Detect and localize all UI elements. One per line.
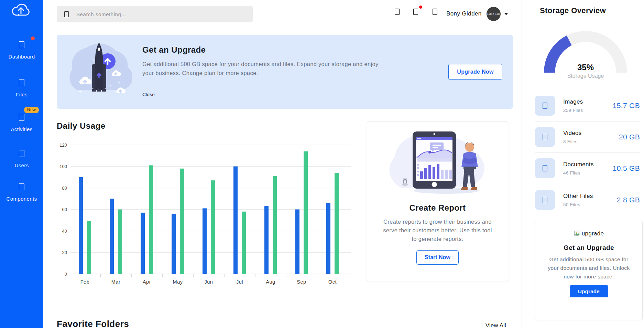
svg-text:Aug: Aug xyxy=(266,279,275,285)
sidebar-item-label: Activities xyxy=(0,126,43,132)
daily-usage-title: Daily Usage xyxy=(57,121,106,131)
svg-text:80: 80 xyxy=(62,186,67,191)
user-menu[interactable]: Bony Gidden 128 X 128 xyxy=(446,6,508,21)
files-icon xyxy=(19,79,24,86)
svg-text:40: 40 xyxy=(62,229,67,234)
storage-panel: Storage Overview 35% Storage Usage Image… xyxy=(522,0,644,328)
storage-item-files: 50 Files xyxy=(563,202,617,207)
search-icon xyxy=(64,11,69,17)
svg-text:Feb: Feb xyxy=(80,279,90,285)
components-icon xyxy=(19,183,24,190)
upgrade-card: upgrade Get an Upgrade Get additional 50… xyxy=(535,221,643,320)
report-title: Create Report xyxy=(367,203,508,213)
sidebar-item-dashboard[interactable]: Dashboard xyxy=(0,41,43,60)
banner-title: Get an Upgrade xyxy=(142,45,206,55)
list-item: Other Files 50 Files 2.8 GB xyxy=(535,184,640,215)
sidebar: Dashboard Files New Activities Users Com… xyxy=(0,0,43,328)
header-placeholder-icon-2[interactable] xyxy=(413,9,418,16)
storage-item-label: Other Files xyxy=(563,193,617,200)
sidebar-item-label: Components xyxy=(0,196,43,202)
search-input[interactable] xyxy=(76,11,228,17)
sidebar-item-label: Dashboard xyxy=(0,54,43,60)
user-name: Bony Gidden xyxy=(446,10,482,17)
cloud-upload-logo-icon[interactable] xyxy=(10,1,32,20)
svg-text:100: 100 xyxy=(59,164,67,169)
storage-item-files: 46 Files xyxy=(563,170,613,176)
start-now-button[interactable]: Start Now xyxy=(416,250,459,265)
svg-text:20: 20 xyxy=(62,250,67,255)
svg-text:Sep: Sep xyxy=(297,279,306,285)
chevron-down-icon xyxy=(504,13,508,15)
create-report-card: Create Report Create reports to grow the… xyxy=(367,121,508,281)
sidebar-item-files[interactable]: Files xyxy=(0,79,43,97)
storage-item-size: 10.5 GB xyxy=(613,164,640,172)
header-placeholder-icon-1[interactable] xyxy=(395,9,400,16)
upgrade-card-body: Get additional 500 GB space for your doc… xyxy=(545,255,633,281)
svg-text:Oct: Oct xyxy=(328,279,337,285)
sidebar-item-label: Users xyxy=(0,162,43,168)
storage-usage-label: Storage Usage xyxy=(544,73,627,79)
svg-text:Jul: Jul xyxy=(236,279,243,285)
banner-body: Get additional 500 GB space for your doc… xyxy=(142,60,383,77)
sidebar-item-activities[interactable]: New Activities xyxy=(0,114,43,132)
storage-item-label: Images xyxy=(563,98,613,105)
broken-image-placeholder: upgrade xyxy=(574,230,604,237)
notification-dot xyxy=(31,36,35,40)
banner-close-link[interactable]: Close xyxy=(142,92,155,97)
storage-list: Images 259 Files 15.7 GB Videos 8 Files … xyxy=(535,90,640,215)
storage-item-files: 8 Files xyxy=(563,139,619,144)
report-illustration xyxy=(367,129,508,197)
report-body: Create reports to grow their business an… xyxy=(383,218,493,243)
svg-text:120: 120 xyxy=(59,142,67,148)
svg-text:0: 0 xyxy=(65,272,67,277)
upgrade-now-button[interactable]: Upgrade Now xyxy=(448,64,502,80)
upgrade-banner: Get an Upgrade Get additional 500 GB spa… xyxy=(57,35,513,109)
avatar: 128 X 128 xyxy=(487,7,501,21)
storage-item-files: 259 Files xyxy=(563,108,613,113)
images-icon xyxy=(535,96,555,116)
list-item: Images 259 Files 15.7 GB xyxy=(535,90,640,121)
svg-text:Jun: Jun xyxy=(205,279,213,285)
sidebar-item-components[interactable]: Components xyxy=(0,183,43,202)
daily-usage-bar-chart: 020406080100120FebMarAprMayJunJulAugSepO… xyxy=(55,139,358,290)
svg-text:May: May xyxy=(173,279,183,285)
broken-image-alt-text: upgrade xyxy=(582,230,604,237)
storage-item-label: Documents xyxy=(563,161,613,168)
storage-item-label: Videos xyxy=(563,130,619,137)
svg-text:Mar: Mar xyxy=(111,279,120,285)
sidebar-item-label: Files xyxy=(0,92,43,97)
upgrade-card-title: Get an Upgrade xyxy=(535,244,642,252)
search-box xyxy=(57,6,253,22)
other-files-icon xyxy=(535,190,555,210)
activities-icon xyxy=(19,114,24,121)
list-item: Videos 8 Files 20 GB xyxy=(535,121,640,153)
storage-item-size: 20 GB xyxy=(619,133,640,141)
header-placeholder-icon-3[interactable] xyxy=(433,9,437,16)
list-item: Documents 46 Files 10.5 GB xyxy=(535,153,640,184)
view-all-link[interactable]: View All xyxy=(485,322,506,328)
app-root: Dashboard Files New Activities Users Com… xyxy=(0,0,644,328)
upgrade-button[interactable]: Upgrade xyxy=(570,285,608,297)
broken-image-icon xyxy=(574,230,581,237)
videos-icon xyxy=(535,127,555,147)
rocket-illustration xyxy=(66,38,132,107)
favorite-folders-title: Favorite Folders xyxy=(57,319,129,328)
users-icon xyxy=(19,150,24,157)
storage-overview-title: Storage Overview xyxy=(540,6,606,15)
svg-text:Apr: Apr xyxy=(143,279,151,285)
storage-percent: 35% xyxy=(544,63,627,72)
new-badge: New xyxy=(24,107,39,113)
notification-dot xyxy=(419,6,422,9)
svg-text:60: 60 xyxy=(62,207,67,212)
sidebar-item-users[interactable]: Users xyxy=(0,150,43,168)
storage-item-size: 2.8 GB xyxy=(617,196,640,204)
storage-item-size: 15.7 GB xyxy=(613,102,640,110)
documents-icon xyxy=(535,158,555,178)
dashboard-icon xyxy=(19,41,24,48)
